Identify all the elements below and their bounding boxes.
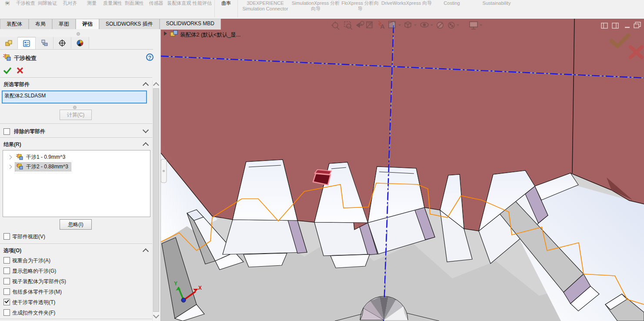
component-view-label: 零部件视图(V) (12, 233, 45, 241)
scrollbar-thumb[interactable] (153, 88, 159, 312)
interference-result-icon (16, 163, 24, 170)
graphics-splitter-tab[interactable] (161, 159, 167, 183)
ribbon-item-costing: Costing (433, 0, 470, 6)
panel-title: 干涉检查 (14, 54, 37, 62)
ribbon-separator (237, 0, 238, 17)
ribbon-item-simulationxpress: SimulationXpress 分析向导 (291, 0, 340, 12)
expand-arrow-icon[interactable] (8, 155, 12, 159)
checkbox-label: 视子装配体为零部件(S) (12, 278, 66, 285)
interference-highlight[interactable] (313, 170, 331, 185)
ribbon-item-sensors: 传感器 (145, 0, 167, 6)
ribbon-item-assembly-visualization: 装配体直观 (167, 0, 191, 6)
ribbon-item-clearance-verify: 间隙验证 (37, 0, 58, 6)
group-splitter-handle[interactable] (73, 106, 77, 109)
ribbon-item-floxpress: FloXpress 分析向导 (340, 0, 380, 12)
section-divider (0, 244, 152, 244)
ribbon-toolbar: 例 干涉检查 间隙验证 孔对齐 测量 质量属性 剖面属性 传感器 装配体直观 性… (0, 0, 644, 19)
section-divider (0, 124, 152, 124)
ok-check-icon[interactable] (4, 68, 11, 73)
ribbon-item-3dexperience: 3DEXPERIENCE Simulation Connector (239, 0, 291, 12)
section-divider (0, 137, 152, 138)
excluded-components-checkbox[interactable] (3, 128, 10, 135)
selected-components-header: 所选零部件 (3, 81, 30, 88)
cancel-x-icon[interactable] (17, 68, 23, 73)
tab-evaluate[interactable]: 评估 (76, 19, 99, 30)
collapse-chevron-icon[interactable] (143, 82, 149, 88)
ribbon-item-driveworksxpress: DriveWorksXpress 向导 (380, 0, 433, 6)
result-row-interference1[interactable]: 干涉1 - 0.9mm^3 (3, 152, 150, 162)
expand-chevron-icon[interactable] (143, 127, 149, 133)
ribbon-separator (214, 0, 215, 17)
interference-result-icon (16, 154, 24, 160)
edit-appearance-icon[interactable] (437, 22, 443, 28)
expand-arrow-icon[interactable] (8, 164, 12, 169)
treat-coincidence-checkbox[interactable] (3, 257, 10, 264)
ignore-button[interactable]: 忽略(I) (60, 219, 92, 230)
ribbon-item-sustainability: Sustainability (470, 0, 523, 6)
triad-origin-icon (181, 298, 186, 302)
result-row-interference2[interactable]: 干涉2 - 0.88mm^3 (3, 162, 150, 171)
scroll-up-icon[interactable] (153, 82, 159, 88)
tab-featuremanager-tree[interactable] (0, 37, 18, 49)
property-manager-tabs (0, 37, 153, 50)
ribbon-tab-bar: 装配体 布局 草图 评估 SOLIDWORKS 插件 SOLIDWORKS MB… (0, 19, 221, 29)
ribbon-item-section-properties: 剖面属性 (123, 0, 145, 6)
collapse-chevron-icon[interactable] (143, 248, 149, 254)
checkbox-label: 视重合为干涉(A) (12, 257, 50, 264)
section-divider (0, 77, 152, 78)
configuration-manager-icon (40, 39, 48, 47)
solidworks-window: { "ribbon": { "items": [ {"label":"例","s… (0, 0, 644, 321)
checkbox-label: 使干涉零件透明(T) (12, 299, 55, 306)
tab-layout[interactable]: 布局 (29, 19, 52, 30)
transparent-parts-checkbox[interactable] (3, 299, 10, 305)
ribbon-item-measure: 测量 (82, 0, 102, 6)
appearances-icon (76, 39, 84, 47)
multibody-interference-checkbox[interactable] (3, 288, 10, 295)
show-ignored-checkbox[interactable] (3, 268, 10, 274)
ribbon-item-example: 例 (0, 0, 15, 6)
excluded-components-header: 排除的零部件 (14, 128, 45, 135)
tab-property-manager[interactable] (18, 37, 36, 49)
tab-solidworks-mbd[interactable]: SOLIDWORKS MBD (160, 19, 221, 30)
assembly-tree-icon (5, 39, 13, 47)
interference-detection-icon (3, 54, 11, 62)
scroll-down-icon[interactable] (153, 312, 159, 318)
splitter-dot-icon (163, 170, 165, 172)
collapse-chevron-icon[interactable] (143, 142, 149, 148)
checkbox-label: 生成扣件文件夹(F) (12, 309, 55, 317)
triad-x-label: X (198, 285, 202, 291)
tab-configuration-manager[interactable] (36, 37, 53, 49)
fastener-folder-checkbox[interactable] (3, 309, 10, 316)
subassembly-as-component-checkbox[interactable] (3, 278, 10, 284)
component-view-checkbox[interactable] (3, 233, 10, 240)
dropdown-caret-icon (6, 3, 9, 4)
result-label: 干涉2 - 0.88mm^3 (26, 163, 68, 171)
display-manager-icon (58, 39, 66, 47)
ribbon-item-performance-evaluation: 性能评估 (191, 0, 213, 6)
property-manager-icon (23, 40, 30, 47)
calculate-button: 计算(C) (60, 110, 92, 120)
options-header: 选项(O) (3, 247, 21, 254)
help-icon[interactable]: ? (146, 54, 153, 61)
section-divider (0, 319, 152, 320)
ribbon-item-curvature[interactable]: 曲率 (216, 0, 236, 6)
results-listbox[interactable]: 干涉1 - 0.9mm^3 干涉2 - 0.88mm^3 (3, 150, 150, 217)
panel-splitter-handle[interactable] (77, 32, 80, 36)
result-label: 干涉1 - 0.9mm^3 (26, 154, 65, 161)
tab-display-manager[interactable] (53, 37, 71, 49)
property-manager-panel: 干涉检查 ? 所选零部件 装配体2.SLDASM 计算(C) 排除的零部件 结果… (0, 29, 161, 321)
confirm-cancel-row (3, 66, 29, 75)
selected-components-listbox[interactable]: 装配体2.SLDASM (2, 90, 147, 104)
ribbon-item-mass-properties: 质量属性 (102, 0, 123, 6)
triad-y-label: Y (174, 281, 177, 287)
checkbox-label: 显示忽略的干涉(G) (12, 268, 56, 275)
ribbon-item-interference-check: 干涉检查 (15, 0, 37, 6)
tab-sketch[interactable]: 草图 (52, 19, 76, 30)
results-header: 结果(R) (3, 141, 21, 148)
tab-solidworks-addins[interactable]: SOLIDWORKS 插件 (99, 19, 160, 30)
graphics-viewport[interactable]: Y X 装配体2 (默认<默认_显... (161, 19, 644, 321)
feature-tree-label[interactable]: 装配体2 (默认<默认_显... (180, 32, 240, 38)
tab-appearances[interactable] (71, 37, 89, 49)
tab-assembly[interactable]: 装配体 (0, 19, 29, 30)
panel-scrollbar[interactable] (152, 80, 159, 321)
